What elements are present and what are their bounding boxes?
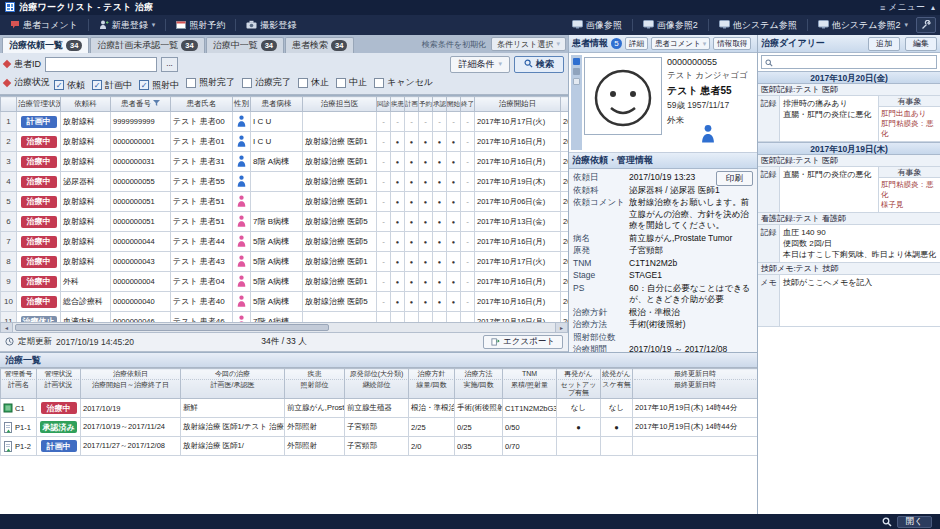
- worklist-row[interactable]: 2治療中放射線科0000000001テスト 患者01I C U放射線治療 医師1…: [1, 132, 569, 152]
- worklist-row[interactable]: 11治療休止血液内科0000000046テスト 患者467階 A病棟------…: [1, 312, 569, 323]
- note-tool-icon[interactable]: [573, 78, 580, 85]
- treatment-column-header[interactable]: 原発部位(大分類)継続部位: [345, 369, 409, 399]
- course-plan-id: C1: [1, 399, 37, 418]
- worklist-column-header[interactable]: 治療管理状況: [17, 97, 61, 112]
- patient-comment-button[interactable]: 患者コメント: [4, 17, 84, 34]
- horizontal-scrollbar[interactable]: ◂ ▸: [0, 322, 568, 333]
- status-filter-checkbox[interactable]: ✓照射中: [139, 79, 179, 92]
- status-filter-checkbox[interactable]: 休止: [298, 76, 329, 89]
- irradiation-reserve-button[interactable]: 照射予約: [170, 17, 231, 34]
- treatment-column-header[interactable]: 管理番号計画名: [1, 369, 37, 399]
- worklist-column-header[interactable]: 予約: [419, 97, 433, 112]
- treatment-column-header[interactable]: 再発がんセットアップ有無: [557, 369, 601, 399]
- reset-search-button[interactable]: 検索条件を初期化: [422, 39, 486, 50]
- worklist-column-header[interactable]: 疾患: [391, 97, 405, 112]
- worklist-column-header[interactable]: 承認: [433, 97, 447, 112]
- image-tool-icon[interactable]: [573, 58, 580, 65]
- worklist-column-header[interactable]: 計画: [405, 97, 419, 112]
- treatment-column-header[interactable]: 今回の治療計画医/承認医: [181, 369, 285, 399]
- ext-system-ref-button[interactable]: 他システム参照: [713, 17, 803, 34]
- worklist-column-header[interactable]: 患者氏名: [171, 97, 233, 112]
- tab-1[interactable]: 治療依頼一覧34: [2, 37, 89, 53]
- diary-add-button[interactable]: 追加: [868, 37, 900, 51]
- status-filter-checkbox[interactable]: ✓依頼: [54, 79, 85, 92]
- treatment-row[interactable]: C1治療中2017/10/19新鮮前立腺がん,Prost...前立腺生殖器根治・…: [1, 399, 758, 418]
- tab-2[interactable]: 治療計画未承認一覧34: [90, 37, 204, 53]
- diary-record-text[interactable]: 直腸・肛門の炎症の悪化: [780, 167, 878, 212]
- treatment-row[interactable]: P1-2計画中2017/11/27～2017/12/08放射線治療 医師1/外部…: [1, 437, 758, 456]
- treatment-end-date: 201: [561, 152, 569, 172]
- patient-id-input[interactable]: [45, 57, 157, 72]
- worklist-column-header[interactable]: 回診: [377, 97, 391, 112]
- treatment-row[interactable]: P1-1承認済み2017/10/19～2017/11/24放射線治療 医師1/テ…: [1, 418, 758, 437]
- scrollbar-track[interactable]: [13, 323, 555, 332]
- patient-id-browse-button[interactable]: ...: [161, 57, 178, 72]
- status-filter-checkbox[interactable]: 中止: [336, 76, 367, 89]
- image-ref2-button[interactable]: 画像参照2: [637, 17, 704, 34]
- worklist-column-header[interactable]: 治療開始日: [475, 97, 561, 112]
- treatment-column-header[interactable]: 治療依頼日治療開始日～治療終了日: [81, 369, 181, 399]
- new-patient-button[interactable]: 新患登録▾: [93, 17, 162, 34]
- treatment-column-header[interactable]: 疾患照射部位: [285, 369, 345, 399]
- diary-search-input[interactable]: [761, 55, 937, 69]
- worklist-row[interactable]: 10治療中総合診療科0000000040テスト 患者405階 A病棟放射線治療 …: [1, 292, 569, 312]
- worklist-row[interactable]: 8治療中放射線科0000000043テスト 患者435階 A病棟放射線治療 医師…: [1, 252, 569, 272]
- info-fetch-button[interactable]: 情報取得: [713, 37, 751, 50]
- worklist-column-header[interactable]: [1, 97, 17, 112]
- worklist-row[interactable]: 4治療中泌尿器科0000000055テスト 患者55放射線治療 医師1-●●●●…: [1, 172, 569, 192]
- plan-document-icon: [3, 441, 13, 452]
- search-button[interactable]: 検索: [514, 56, 564, 73]
- worklist-row[interactable]: 3治療中放射線科0000000031テスト 患者318階 A病棟放射線治療 医師…: [1, 152, 569, 172]
- worklist-row[interactable]: 6治療中放射線科0000000051テスト 患者517階 B病棟放射線治療 医師…: [1, 212, 569, 232]
- status-filter-checkbox[interactable]: キャンセル: [374, 76, 433, 89]
- treatment-column-header[interactable]: 管理状況計画状況: [37, 369, 81, 399]
- detail-condition-button[interactable]: 詳細条件▾: [450, 56, 510, 73]
- tab-4[interactable]: 患者検索34: [285, 37, 354, 53]
- worklist-column-header[interactable]: 治療担当医: [303, 97, 377, 112]
- ext-system-ref2-button[interactable]: 他システム参照2▾: [812, 17, 914, 34]
- status-filter-checkbox[interactable]: 治療完了: [242, 76, 291, 89]
- treatment-column-header[interactable]: 最終更新日時最終更新日時: [633, 369, 758, 399]
- diary-edit-button[interactable]: 編集: [905, 37, 937, 51]
- image-ref-button[interactable]: 画像参照: [566, 17, 628, 34]
- scroll-left-arrow[interactable]: ◂: [1, 323, 13, 332]
- menu-button[interactable]: ≡メニュー: [880, 1, 925, 14]
- export-button[interactable]: エクスポート: [483, 335, 563, 349]
- patient-comment-dropdown[interactable]: 患者コメント▾: [651, 37, 710, 50]
- worklist-column-header[interactable]: 性別: [233, 97, 251, 112]
- status-filter-checkbox[interactable]: ✓計画中: [92, 79, 132, 92]
- treatment-column-header[interactable]: 治療方針線量/回数: [409, 369, 455, 399]
- settings-wrench-button[interactable]: [916, 17, 936, 33]
- diary-record-text[interactable]: 排泄時の痛みあり 直腸・肛門の炎症に悪化: [780, 96, 878, 141]
- worklist-column-header[interactable]: 患者番号: [111, 97, 171, 112]
- status-cell: 治療中: [17, 192, 61, 212]
- tab-3[interactable]: 治療中一覧34: [206, 37, 284, 53]
- condition-list-select[interactable]: 条件リスト選択▾: [491, 37, 566, 51]
- status-filter-checkbox[interactable]: 照射完了: [186, 76, 235, 89]
- worklist-column-header[interactable]: 依頼科: [61, 97, 111, 112]
- progress-flag-cell: ●: [405, 292, 419, 312]
- collapse-icon[interactable]: ▴: [931, 3, 935, 12]
- ward: I C U: [251, 132, 303, 152]
- treatment-column-header[interactable]: TNM累積/照射量: [503, 369, 557, 399]
- open-button[interactable]: 開く: [897, 516, 932, 528]
- worklist-row[interactable]: 9治療中外科0000000004テスト 患者045階 A病棟放射線治療 医師1-…: [1, 272, 569, 292]
- camera-tool-icon[interactable]: [573, 68, 580, 75]
- diary-record-text[interactable]: 技師がここへメモを記入: [780, 275, 940, 326]
- treatment-column-header[interactable]: 治療方法実施/回数: [455, 369, 503, 399]
- print-button[interactable]: 印刷: [716, 171, 753, 186]
- scrollbar-thumb[interactable]: [15, 324, 329, 331]
- worklist-column-header[interactable]: 終了: [461, 97, 475, 112]
- imaging-register-button[interactable]: 撮影登録: [240, 17, 302, 34]
- worklist-row[interactable]: 7治療中放射線科0000000044テスト 患者445階 A病棟放射線治療 医師…: [1, 232, 569, 252]
- worklist-row[interactable]: 5治療中放射線科0000000051テスト 患者51放射線治療 医師1-●●●●…: [1, 192, 569, 212]
- patient-detail-button[interactable]: 詳細: [625, 37, 648, 50]
- diary-record-text[interactable]: 血圧 140 90 便回数 2回/日 本日はすこし下痢気味、昨日より体調悪化: [780, 225, 940, 262]
- worklist-column-header[interactable]: 治療終了日: [561, 97, 569, 112]
- worklist-column-header[interactable]: 開始: [447, 97, 461, 112]
- treatment-start-date: 2017年10月16日(月): [475, 292, 561, 312]
- worklist-column-header[interactable]: 患者病棟: [251, 97, 303, 112]
- scroll-right-arrow[interactable]: ▸: [555, 323, 567, 332]
- treatment-column-header[interactable]: 続発がんスケ有無: [601, 369, 633, 399]
- worklist-row[interactable]: 1計画中放射線科9999999999テスト 患者00I C U-------20…: [1, 112, 569, 132]
